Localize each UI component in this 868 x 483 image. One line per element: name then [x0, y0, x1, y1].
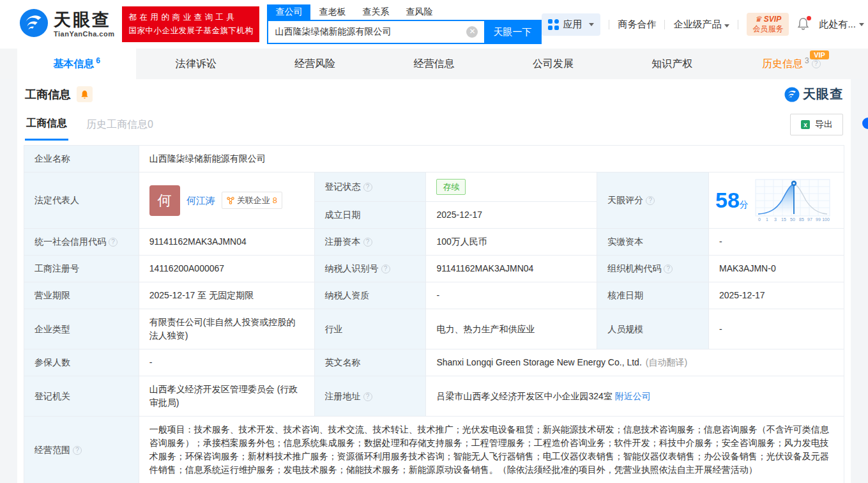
nearby-companies-link[interactable]: 附近公司 — [615, 391, 651, 401]
chevron-down-icon — [589, 23, 594, 26]
company-type-value: 有限责任公司(非自然人投资或控股的法人独资) — [139, 309, 314, 349]
help-icon[interactable]: ? — [363, 392, 372, 401]
help-icon[interactable]: ? — [646, 196, 655, 205]
auto-translate-note: (自动翻译) — [646, 357, 687, 367]
help-icon[interactable]: ? — [363, 238, 372, 247]
business-scope-value: 一般项目：技术服务、技术开发、技术咨询、技术交流、技术转让、技术推广；光伏发电设… — [139, 417, 844, 483]
industry-value: 电力、热力生产和供应业 — [426, 309, 597, 349]
field-label: 工商注册号 — [24, 256, 139, 282]
legal-rep-link[interactable]: 何江涛 — [187, 194, 215, 207]
search-tab-boss[interactable]: 查老板 — [310, 4, 354, 20]
field-label: 法定代表人 — [24, 172, 139, 229]
reg-number-value: 14116200A000067 — [139, 256, 314, 282]
subtab-history-business-info[interactable]: 历史工商信息0 — [85, 110, 155, 140]
top-header: 天眼查 TianYanCha.com 都在用的商业查询工具 国家中小企业发展子基… — [0, 0, 868, 49]
chevron-down-icon — [859, 23, 864, 26]
avatar[interactable]: 何 — [149, 185, 180, 216]
reg-capital-value: 100万人民币 — [426, 229, 597, 256]
biz-term-value: 2025-12-17 至 无固定期限 — [139, 282, 314, 309]
tax-id-value: 91141162MAK3AJMN04 — [426, 256, 597, 282]
table-row: 工商注册号 14116200A000067 纳税人识别号? 91141162MA… — [24, 256, 844, 282]
svg-text:0: 0 — [758, 217, 761, 222]
help-icon[interactable]: ? — [363, 183, 372, 192]
field-label: 天眼评分? — [597, 172, 709, 229]
table-row: 企业类型 有限责任公司(非自然人投资或控股的法人独资) 行业 电力、热力生产和供… — [24, 309, 844, 349]
table-row: 参保人数 - 英文名称 Shanxi Longqi Green Storage … — [24, 349, 844, 376]
help-icon[interactable]: ? — [381, 264, 390, 273]
tab-basic-info[interactable]: 基本信息6 — [17, 49, 136, 79]
credit-code-value: 91141162MAK3AJMN04 — [139, 229, 314, 256]
notification-dot — [807, 16, 811, 20]
main-tab-band: 基本信息6 法律诉讼 经营风险 经营信息 公司发展 知识产权 VIP 历史信息3… — [0, 49, 868, 79]
approval-date-value: 2025-12-17 — [709, 282, 844, 309]
tab-intellectual-property[interactable]: 知识产权 — [613, 49, 731, 79]
network-icon — [227, 197, 234, 204]
field-label: 注册资本? — [314, 229, 426, 256]
crown-icon: ♛ — [755, 15, 762, 24]
field-label: 登记机关 — [24, 376, 139, 417]
field-label: 纳税人资质 — [314, 282, 426, 309]
user-menu[interactable]: 此处有... — [819, 19, 864, 31]
tab-company-development[interactable]: 公司发展 — [494, 49, 613, 79]
brand-name: 天眼查 — [54, 11, 114, 30]
divider — [609, 20, 609, 29]
search-tab-risk[interactable]: 查风险 — [397, 4, 441, 20]
notification-bell-icon[interactable] — [797, 17, 809, 32]
svg-text:15: 15 — [781, 217, 786, 222]
subtab-business-info[interactable]: 工商信息 — [25, 109, 68, 141]
business-info-section: 工商信息 天眼查 工商信息 历史工商信息0 x 导出 企业名称 山西隆柒绿储新能… — [17, 79, 851, 483]
search-input[interactable] — [268, 21, 460, 43]
field-label: 人员规模 — [597, 309, 709, 349]
help-icon[interactable]: ? — [812, 59, 821, 68]
search-tab-company[interactable]: 查公司 — [267, 4, 310, 20]
help-icon[interactable]: ? — [73, 446, 82, 455]
help-icon[interactable]: ? — [109, 238, 118, 247]
related-companies-badge[interactable]: 关联企业 8 — [222, 192, 282, 209]
score-distribution-chart: 0 1 3 15 50 85 97 99 100 — [755, 179, 830, 222]
chevron-down-icon — [724, 24, 729, 27]
table-row: 统一社会信用代码? 91141162MAK3AJMN04 注册资本? 100万人… — [24, 229, 844, 256]
tab-operating-risk[interactable]: 经营风险 — [255, 49, 374, 79]
status-badge: 存续 — [436, 179, 466, 195]
business-info-table: 企业名称 山西隆柒绿储新能源有限公司 法定代表人 何 何江涛 关联企业 8 登记… — [24, 145, 844, 483]
table-row: 企业名称 山西隆柒绿储新能源有限公司 — [24, 146, 844, 172]
svg-text:100: 100 — [822, 217, 830, 222]
search-area: 查公司 查老板 查关系 查风险 ✕ 天眼一下 — [267, 4, 542, 44]
tianyancha-logo-icon — [19, 8, 49, 40]
tianyancha-logo[interactable]: 天眼查 TianYanCha.com — [19, 8, 114, 40]
nav-enterprise-products[interactable]: 企业级产品 — [673, 19, 729, 31]
tab-history-info[interactable]: VIP 历史信息3? — [732, 49, 851, 79]
field-label: 组织机构代码? — [597, 256, 709, 282]
search-tab-relation[interactable]: 查关系 — [354, 4, 397, 20]
export-button[interactable]: x 导出 — [790, 114, 843, 135]
nav-business-cooperation[interactable]: 商务合作 — [618, 19, 656, 31]
section-title: 工商信息 — [25, 87, 71, 102]
tianyan-score: 58分 — [715, 178, 837, 224]
search-tabs: 查公司 查老板 查关系 查风险 — [267, 4, 542, 20]
tab-legal-proceedings[interactable]: 法律诉讼 — [136, 49, 255, 79]
field-label: 纳税人识别号? — [314, 256, 426, 282]
svg-text:99: 99 — [816, 217, 821, 222]
table-row: 营业期限 2025-12-17 至 无固定期限 纳税人资质 - 核准日期 202… — [24, 282, 844, 309]
monitor-bell-icon[interactable] — [77, 86, 93, 102]
field-label: 实缴资本 — [597, 229, 709, 256]
staff-size-value: - — [709, 309, 844, 349]
score-value: 58 — [715, 188, 740, 212]
search-button[interactable]: 天眼一下 — [484, 21, 540, 43]
brand-domain: TianYanCha.com — [54, 30, 114, 38]
svg-text:x: x — [803, 121, 807, 128]
field-label: 行业 — [314, 309, 426, 349]
apps-menu[interactable]: 应用 — [542, 13, 600, 36]
tab-operating-info[interactable]: 经营信息 — [374, 49, 493, 79]
reg-authority-value: 山西孝义经济开发区管理委员会 (行政审批局) — [139, 376, 314, 417]
help-icon[interactable]: ? — [664, 264, 673, 273]
subtab-row: 工商信息 历史工商信息0 x 导出 — [24, 109, 844, 140]
divider — [664, 20, 665, 29]
divider — [738, 20, 738, 29]
svg-text:3: 3 — [774, 217, 777, 222]
clear-search-icon[interactable]: ✕ — [466, 26, 478, 38]
svip-member-badge[interactable]: ♛ SVIP 会员服务 — [747, 13, 789, 36]
side-float-button[interactable] — [862, 118, 868, 129]
field-label: 统一社会信用代码? — [24, 229, 139, 256]
vip-badge: VIP — [810, 50, 829, 59]
